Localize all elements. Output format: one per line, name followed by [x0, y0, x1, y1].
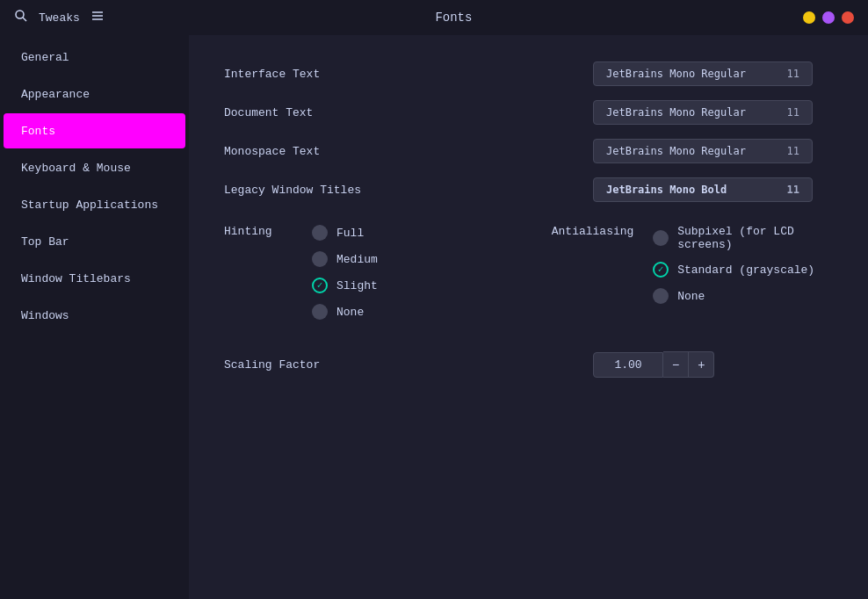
antialiasing-subpixel-radio[interactable] — [653, 230, 669, 246]
document-text-font-size: 11 — [787, 106, 799, 119]
close-button[interactable] — [842, 11, 854, 24]
hinting-none[interactable]: None — [312, 299, 378, 325]
scaling-plus-button[interactable]: + — [689, 351, 714, 378]
interface-text-label: Interface Text — [224, 68, 593, 81]
sidebar-item-window-titlebars[interactable]: Window Titlebars — [4, 261, 185, 296]
monospace-text-picker[interactable]: JetBrains Mono Regular 11 — [593, 139, 813, 163]
hinting-slight-radio[interactable] — [312, 278, 328, 293]
legacy-window-titles-row: Legacy Window Titles JetBrains Mono Bold… — [224, 177, 833, 202]
interface-text-picker[interactable]: JetBrains Mono Regular 11 — [593, 61, 813, 86]
page-title: Fonts — [435, 11, 472, 25]
antialiasing-standard-radio[interactable] — [653, 262, 669, 278]
interface-text-row: Interface Text JetBrains Mono Regular 11 — [224, 61, 833, 86]
interface-text-font-name: JetBrains Mono Regular — [606, 68, 770, 80]
hinting-medium[interactable]: Medium — [312, 246, 378, 272]
monospace-text-label: Monospace Text — [224, 145, 593, 158]
document-text-picker[interactable]: JetBrains Mono Regular 11 — [593, 100, 813, 125]
document-text-row: Document Text JetBrains Mono Regular 11 — [224, 100, 833, 125]
scaling-factor-row: Scaling Factor 1.00 − + — [224, 351, 833, 378]
sidebar-item-keyboard-mouse[interactable]: Keyboard & Mouse — [4, 150, 185, 185]
sidebar-item-startup-applications[interactable]: Startup Applications — [4, 187, 185, 222]
legacy-window-titles-picker[interactable]: JetBrains Mono Bold 11 — [593, 177, 813, 202]
hinting-full[interactable]: Full — [312, 220, 378, 246]
hinting-medium-label: Medium — [336, 253, 378, 266]
monospace-text-font-size: 11 — [787, 145, 799, 157]
legacy-window-titles-label: Legacy Window Titles — [224, 184, 593, 197]
svg-line-1 — [23, 18, 26, 21]
sidebar-item-general[interactable]: General — [4, 40, 185, 75]
antialiasing-none[interactable]: None — [653, 283, 833, 309]
antialiasing-subpixel-label: Subpixel (for LCD screens) — [677, 225, 833, 251]
document-text-font-name: JetBrains Mono Regular — [606, 106, 770, 119]
legacy-window-titles-font-size: 11 — [787, 184, 799, 196]
scaling-minus-button[interactable]: − — [663, 351, 689, 378]
menu-icon[interactable] — [90, 9, 105, 27]
hinting-none-label: None — [336, 306, 364, 319]
monospace-text-font-name: JetBrains Mono Regular — [606, 145, 770, 157]
interface-text-font-size: 11 — [787, 68, 799, 80]
minimize-button[interactable] — [803, 11, 815, 24]
sidebar-item-windows[interactable]: Windows — [4, 298, 185, 333]
antialiasing-options: Subpixel (for LCD screens) Standard (gra… — [653, 220, 833, 309]
scaling-value: 1.00 — [593, 352, 663, 378]
hinting-slight-label: Slight — [336, 279, 378, 292]
hinting-none-radio[interactable] — [312, 304, 328, 320]
sidebar: General Appearance Fonts Keyboard & Mous… — [0, 35, 189, 599]
antialiasing-standard[interactable]: Standard (grayscale) — [653, 256, 833, 283]
window-controls — [803, 11, 854, 24]
hinting-antialiasing-row: Hinting Full Medium Slight — [224, 220, 833, 325]
hinting-full-label: Full — [336, 227, 364, 240]
search-icon[interactable] — [14, 9, 28, 27]
scaling-control: 1.00 − + — [593, 351, 714, 378]
hinting-slight[interactable]: Slight — [312, 272, 378, 299]
sidebar-item-top-bar[interactable]: Top Bar — [4, 224, 185, 259]
titlebar: Tweaks Fonts — [0, 0, 868, 35]
scaling-factor-label: Scaling Factor — [224, 358, 593, 372]
svg-point-0 — [16, 11, 24, 18]
titlebar-left: Tweaks — [14, 9, 105, 27]
hinting-options: Full Medium Slight None — [312, 220, 378, 325]
hinting-full-radio[interactable] — [312, 225, 328, 241]
main-layout: General Appearance Fonts Keyboard & Mous… — [0, 35, 868, 599]
monospace-text-row: Monospace Text JetBrains Mono Regular 11 — [224, 139, 833, 163]
maximize-button[interactable] — [822, 11, 835, 24]
antialiasing-section: Antialiasing Subpixel (for LCD screens) … — [552, 220, 833, 325]
hinting-section: Hinting Full Medium Slight — [224, 220, 552, 325]
app-title: Tweaks — [39, 11, 80, 25]
document-text-label: Document Text — [224, 106, 593, 119]
hinting-medium-radio[interactable] — [312, 251, 328, 267]
antialiasing-standard-label: Standard (grayscale) — [677, 263, 814, 277]
antialiasing-none-label: None — [677, 290, 705, 303]
hinting-label: Hinting — [224, 225, 312, 238]
antialiasing-label: Antialiasing — [552, 225, 653, 238]
sidebar-item-appearance[interactable]: Appearance — [4, 76, 185, 112]
sidebar-item-fonts[interactable]: Fonts — [4, 113, 185, 148]
antialiasing-subpixel[interactable]: Subpixel (for LCD screens) — [653, 220, 833, 256]
content-area: Interface Text JetBrains Mono Regular 11… — [189, 35, 868, 599]
legacy-window-titles-font-name: JetBrains Mono Bold — [606, 184, 770, 196]
antialiasing-none-radio[interactable] — [653, 288, 669, 304]
